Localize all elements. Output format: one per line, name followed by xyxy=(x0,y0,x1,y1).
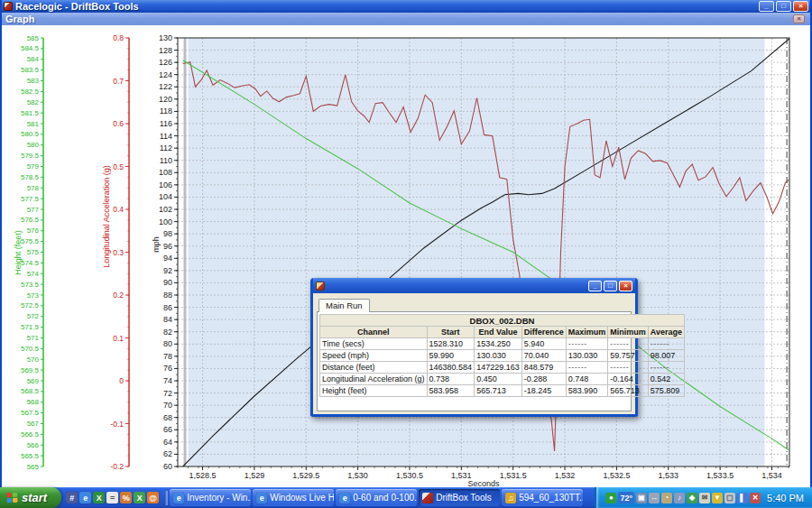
dialog-close-button[interactable]: × xyxy=(619,281,632,291)
axis-tick-label: 583 xyxy=(27,77,40,85)
axis-tick-label: 110 xyxy=(160,156,172,165)
task-button-driftbox-tools[interactable]: DriftBox Tools xyxy=(419,489,500,506)
axis-tick-label: 130 xyxy=(159,33,172,42)
firefox-icon[interactable]: @ xyxy=(147,492,159,503)
dialog-minimize-button[interactable]: _ xyxy=(588,281,602,291)
task-button-0-60-and-0-100[interactable]: e0-60 and 0-100... xyxy=(336,489,417,506)
excel-doc-icon[interactable]: X xyxy=(134,492,145,503)
axis-tick-label: 114 xyxy=(160,132,172,141)
selection-start-cursor[interactable] xyxy=(184,38,187,466)
axis-tick-label: 106 xyxy=(159,180,172,189)
graph-view: 6062646668707274767880828486889092949698… xyxy=(2,25,810,487)
display-settings-icon[interactable]: ▣ xyxy=(636,493,647,503)
clock[interactable]: 5:40 PM xyxy=(767,493,804,503)
value-cell: 59.990 xyxy=(427,350,475,362)
start-button[interactable]: start xyxy=(0,487,61,508)
axis-tick-label: 579 xyxy=(27,162,40,171)
value-cell: 130.030 xyxy=(475,350,522,362)
value-cell: ------ xyxy=(648,338,684,350)
antivirus-icon[interactable]: ● xyxy=(605,493,616,503)
safely-remove-icon[interactable]: ↔ xyxy=(649,493,660,503)
vpn-icon[interactable]: ◆ xyxy=(687,493,697,503)
mail-icon[interactable]: ✉ xyxy=(699,493,710,503)
axis-tick-label: 583.5 xyxy=(21,66,40,74)
run-results-dialog[interactable]: _ □ × Main Run DBOX_002.DBNChannelStartE… xyxy=(310,278,638,417)
axis-tick-label: 580 xyxy=(27,141,40,149)
value-cell: 146380.584 xyxy=(427,362,475,374)
axis-tick-label: 1,529 xyxy=(245,471,265,480)
value-cell: ------ xyxy=(608,362,649,374)
value-cell: 130.030 xyxy=(566,350,608,362)
taskbar: start #eX=%X@ eInventory - Win...eWindow… xyxy=(0,487,812,508)
value-cell: 1534.250 xyxy=(475,338,522,350)
channel-cell: Time (secs) xyxy=(320,338,428,350)
mouse-icon[interactable]: ▢ xyxy=(724,493,735,503)
axis-tick-label: 98 xyxy=(163,229,172,238)
scheduler-icon[interactable]: ◔ xyxy=(661,493,672,503)
axis-tick-label: 584.5 xyxy=(21,44,40,52)
menu-item-graph[interactable]: Graph xyxy=(5,14,34,24)
notepad-icon[interactable]: = xyxy=(106,492,118,503)
remote-desktop-icon[interactable]: % xyxy=(120,492,132,503)
app-launcher-icon[interactable]: # xyxy=(66,492,78,503)
channel-cell: Longitudinal Acceleration (g) xyxy=(320,374,428,385)
axis-tick-label: 0.7 xyxy=(113,77,124,86)
value-cell: ------ xyxy=(648,362,684,374)
title-bar[interactable]: Racelogic - DriftBox Tools _ □ × xyxy=(2,0,810,13)
close-button[interactable]: × xyxy=(793,1,808,12)
volume-icon[interactable]: ♪ xyxy=(674,493,685,503)
axis-tick-label: 82 xyxy=(163,328,172,337)
axis-tick-label: 0.2 xyxy=(113,291,124,300)
column-header: Minimum xyxy=(608,327,649,338)
windows-flag-icon xyxy=(6,492,19,504)
ie-icon[interactable]: e xyxy=(79,492,91,503)
axis-tick-label: 574 xyxy=(27,270,40,278)
task-button-inventory-win[interactable]: eInventory - Win... xyxy=(170,489,251,506)
axis-tick-label: 576.5 xyxy=(21,216,40,224)
updates-icon[interactable]: ▼ xyxy=(712,493,723,503)
axis-tick-label: 584 xyxy=(27,55,40,63)
column-header: Channel xyxy=(320,327,428,338)
axis-tick-label: 78 xyxy=(163,352,172,361)
axis-tick-label: 60 xyxy=(163,462,172,471)
task-button-windows-live-h[interactable]: eWindows Live H... xyxy=(253,489,334,506)
system-tray: ●72°▣↔◔♪◆✉▼▢▌✕ 5:40 PM xyxy=(595,487,812,508)
task-button-label: DriftBox Tools xyxy=(436,493,492,503)
axis-tick-label: 80 xyxy=(163,339,172,348)
mdi-child-close-button[interactable]: × xyxy=(793,14,805,23)
tab-main-run[interactable]: Main Run xyxy=(318,299,370,312)
media-icon: ♫ xyxy=(505,493,516,503)
maximize-button[interactable]: □ xyxy=(776,1,791,12)
value-cell: -0.164 xyxy=(608,374,649,385)
weather-temp-icon[interactable]: 72° xyxy=(618,492,634,503)
dialog-maximize-button[interactable]: □ xyxy=(604,281,617,291)
value-cell: 70.040 xyxy=(521,350,566,362)
value-cell: ------ xyxy=(608,338,649,350)
battery-icon[interactable]: ▌ xyxy=(737,493,748,503)
axis-tick-label: 579.5 xyxy=(21,152,40,160)
graph-plot[interactable]: 6062646668707274767880828486889092949698… xyxy=(2,25,810,487)
column-header: End Value xyxy=(475,327,522,338)
value-cell: 575.809 xyxy=(648,385,684,397)
axis-tick-label: 92 xyxy=(163,266,172,275)
mph-axis-title: mph xyxy=(152,236,161,253)
excel-icon[interactable]: X xyxy=(93,492,105,503)
axis-tick-label: 102 xyxy=(159,205,172,214)
value-cell: 5.940 xyxy=(521,338,566,350)
minimize-button[interactable]: _ xyxy=(759,1,774,12)
axis-tick-label: 124 xyxy=(159,70,172,79)
axis-tick-label: 0.8 xyxy=(113,33,124,42)
dialog-title-bar[interactable]: _ □ × xyxy=(313,278,635,293)
axis-tick-label: 577.5 xyxy=(21,195,40,203)
task-button-label: 0-60 and 0-100... xyxy=(353,493,417,503)
axis-tick-label: 126 xyxy=(159,58,172,67)
value-cell: -18.245 xyxy=(521,385,566,397)
axis-tick-label: 578 xyxy=(27,184,40,192)
table-row: Time (secs)1528.3101534.2505.940--------… xyxy=(320,338,685,350)
app-window: Racelogic - DriftBox Tools _ □ × Graph ×… xyxy=(0,0,812,487)
axis-tick-label: 118 xyxy=(160,106,172,115)
task-button-594-60-130tt[interactable]: ♫594_60_130TT... xyxy=(502,489,583,506)
wireless-icon[interactable]: ✕ xyxy=(750,493,761,503)
axis-tick-label: 1,529.5 xyxy=(292,471,319,480)
value-cell: 565.713 xyxy=(608,385,649,397)
